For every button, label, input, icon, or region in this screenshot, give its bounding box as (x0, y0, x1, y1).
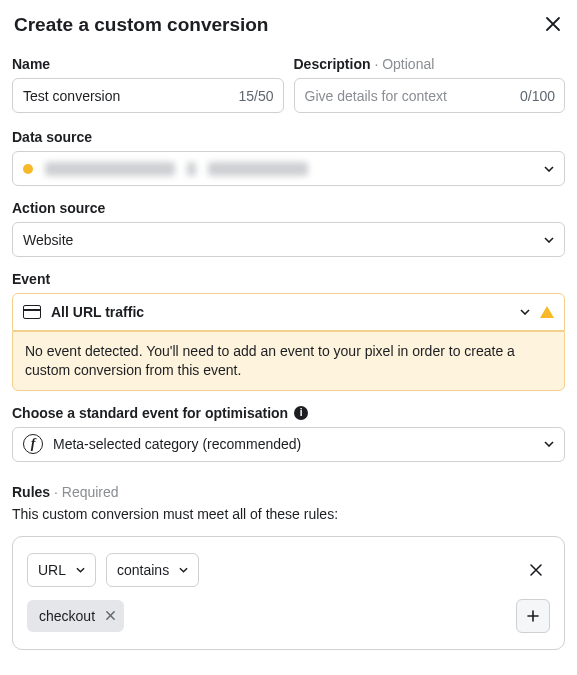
event-select[interactable]: All URL traffic (13, 294, 564, 330)
chevron-down-icon (520, 309, 530, 315)
chevron-down-icon (544, 237, 554, 243)
rule-field-select[interactable]: URL (27, 553, 96, 587)
rule-operator-value: contains (117, 562, 169, 578)
chevron-down-icon (76, 567, 85, 573)
datasource-label: Data source (12, 129, 565, 145)
event-label: Event (12, 271, 565, 287)
optimisation-label: Choose a standard event for optimisation (12, 405, 288, 421)
chevron-down-icon (544, 166, 554, 172)
status-dot-icon (23, 164, 33, 174)
chevron-down-icon (179, 567, 188, 573)
rules-subtitle: This custom conversion must meet all of … (12, 506, 565, 522)
chevron-down-icon (544, 441, 554, 447)
remove-rule-button[interactable] (522, 556, 550, 584)
remove-chip-button[interactable] (105, 610, 116, 621)
event-value: All URL traffic (51, 304, 144, 320)
browser-icon (23, 305, 41, 319)
optimisation-value: Meta-selected category (recommended) (53, 436, 301, 452)
close-button[interactable] (545, 14, 565, 36)
rule-field-value: URL (38, 562, 66, 578)
actionsource-select[interactable]: Website (12, 222, 565, 257)
event-warning-text: No event detected. You'll need to add an… (12, 331, 565, 391)
optimisation-select[interactable]: f Meta-selected category (recommended) (12, 427, 565, 462)
add-rule-button[interactable] (516, 599, 550, 633)
rules-box: URL contains checkout (12, 536, 565, 650)
warning-icon (540, 306, 554, 318)
required-tag: · Required (54, 484, 119, 500)
dialog-title: Create a custom conversion (14, 14, 268, 36)
optional-tag: · Optional (374, 56, 434, 72)
datasource-select[interactable] (12, 151, 565, 186)
actionsource-label: Action source (12, 200, 565, 216)
description-count: 0/100 (520, 88, 555, 104)
dialog-header: Create a custom conversion (12, 14, 565, 36)
rule-operator-select[interactable]: contains (106, 553, 199, 587)
description-label: Description · Optional (294, 56, 566, 72)
meta-icon: f (23, 434, 43, 454)
rules-label: Rules · Required (12, 484, 565, 500)
actionsource-value: Website (23, 232, 73, 248)
info-icon[interactable]: i (294, 406, 308, 420)
datasource-value-redacted (23, 162, 308, 176)
name-label: Name (12, 56, 284, 72)
rule-value-chip: checkout (27, 600, 124, 632)
name-count: 15/50 (238, 88, 273, 104)
rule-value-text: checkout (39, 608, 95, 624)
